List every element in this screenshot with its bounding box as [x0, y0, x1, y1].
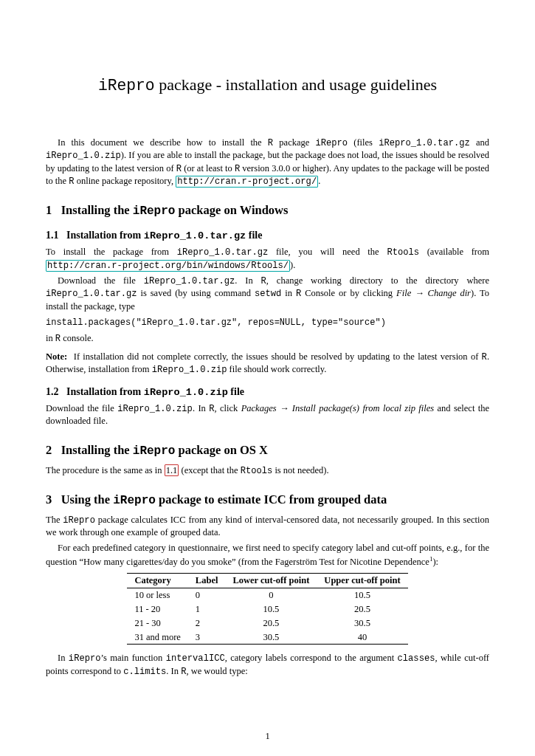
s3-p2: For each predefined category in question…: [46, 542, 489, 568]
page: iRepro package - installation and usage …: [0, 0, 535, 756]
s11-p3: in R console.: [46, 332, 489, 345]
page-number: 1: [0, 730, 535, 743]
intro-paragraph: In this document we describe how to inst…: [46, 137, 489, 188]
s2-p1: The procedure is the same as in 1.1 (exc…: [46, 464, 489, 477]
rtools-link[interactable]: http://cran.r-project.org/bin/windows/Rt…: [46, 260, 290, 272]
section-3-heading: 3 Using the iRepro package to estimate I…: [46, 492, 489, 509]
ref-1-1[interactable]: 1.1: [165, 464, 179, 476]
s3-p3: In iRepro’s main function intervalICC, c…: [46, 652, 489, 678]
install-command: install.packages("iRepro_1.0.tar.gz", re…: [46, 317, 489, 329]
note-label: Note:: [46, 351, 67, 362]
table-row: 11 - 20 1 10.5 20.5: [127, 602, 407, 616]
s11-p1: To install the package from iRepro_1.0.t…: [46, 246, 489, 272]
section-1-1-heading: 1.1 Installation from iRepro_1.0.tar.gz …: [46, 229, 489, 243]
th-category: Category: [127, 574, 187, 588]
title-code: iRepro: [98, 77, 155, 94]
title-rest: package - installation and usage guideli…: [155, 75, 437, 94]
section-2-heading: 2 Installing the iRepro package on OS X: [46, 442, 489, 460]
table-row: 31 and more 3 30.5 40: [127, 630, 407, 645]
page-title: iRepro package - installation and usage …: [46, 74, 489, 97]
cran-link[interactable]: http://cran.r-project.org/: [176, 176, 318, 188]
arrow-icon: →: [280, 403, 289, 413]
th-lower: Lower cut-off point: [225, 574, 317, 588]
s12-p1: Download the file iRepro_1.0.zip. In R, …: [46, 402, 489, 427]
s3-p1: The iRepro package calculates ICC from a…: [46, 514, 489, 539]
th-label: Label: [188, 574, 226, 588]
section-1-heading: 1 Installing the iRepro package on Windo…: [46, 202, 489, 220]
table-row: 21 - 30 2 20.5 30.5: [127, 616, 407, 630]
s11-p2: Download the file iRepro_1.0.tar.gz. In …: [46, 275, 489, 313]
table-row: 10 or less 0 0 10.5: [127, 588, 407, 602]
s11-note: Note: If installation did not complete c…: [46, 351, 489, 377]
cutoff-table: Category Label Lower cut-off point Upper…: [127, 573, 407, 645]
arrow-icon: →: [415, 288, 424, 298]
table-header-row: Category Label Lower cut-off point Upper…: [127, 574, 407, 588]
section-1-2-heading: 1.2 Installation from iRepro_1.0.zip fil…: [46, 385, 489, 399]
th-upper: Upper cut-off point: [317, 574, 407, 588]
